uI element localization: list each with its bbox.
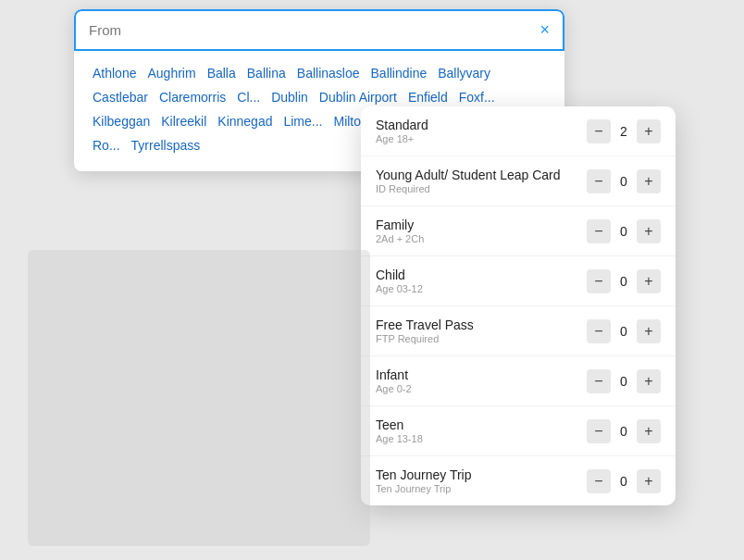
ticket-name: Family	[376, 218, 587, 232]
decrement-button[interactable]: −	[587, 319, 611, 343]
ticket-desc: Age 18+	[376, 133, 587, 144]
location-item[interactable]: Dublin Airport	[316, 88, 401, 106]
search-input-row: ×	[74, 9, 564, 51]
ticket-row: Family2Ad + 2Ch−0+	[361, 206, 676, 256]
increment-button[interactable]: +	[637, 419, 661, 443]
ticket-desc: FTP Required	[376, 333, 587, 344]
ticket-row: Young Adult/ Student Leap CardID Require…	[361, 156, 676, 206]
ticket-counter: −2+	[587, 119, 661, 143]
increment-button[interactable]: +	[637, 169, 661, 193]
decrement-button[interactable]: −	[587, 369, 611, 393]
location-item[interactable]: Aughrim	[143, 64, 199, 82]
counter-value: 0	[616, 324, 631, 339]
counter-value: 0	[616, 374, 631, 389]
location-item[interactable]: Ballinasloe	[293, 64, 364, 82]
location-item[interactable]: Kinnegad	[214, 112, 276, 131]
increment-button[interactable]: +	[637, 119, 661, 143]
ticket-counter: −0+	[587, 369, 661, 393]
ticket-desc: Age 0-2	[376, 383, 587, 394]
location-item[interactable]: Ballindine	[367, 64, 431, 82]
ticket-counter: −0+	[587, 269, 661, 293]
location-item[interactable]: Foxf...	[455, 88, 499, 106]
ticket-name: Teen	[376, 417, 587, 432]
from-search-input[interactable]	[89, 22, 539, 38]
ticket-desc: 2Ad + 2Ch	[376, 233, 587, 244]
location-item[interactable]: Ballyvary	[434, 64, 494, 82]
counter-value: 0	[616, 224, 631, 239]
ticket-info: StandardAge 18+	[376, 118, 587, 144]
location-item[interactable]: Kilbeggan	[89, 112, 154, 131]
ticket-panel: StandardAge 18+−2+Young Adult/ Student L…	[361, 106, 676, 505]
ticket-desc: Age 03-12	[376, 283, 587, 294]
decrement-button[interactable]: −	[587, 419, 611, 443]
ticket-info: Free Travel PassFTP Required	[376, 317, 587, 344]
location-item[interactable]: Claremorris	[155, 88, 229, 106]
increment-button[interactable]: +	[637, 319, 661, 343]
location-item[interactable]: Castlebar	[89, 88, 152, 106]
counter-value: 0	[616, 174, 631, 189]
ticket-desc: ID Required	[376, 183, 587, 194]
ticket-desc: Age 13-18	[376, 433, 587, 444]
ticket-row: Ten Journey TripTen Journey Trip−0+	[361, 456, 676, 505]
location-item[interactable]: Kilreekil	[157, 112, 210, 131]
counter-value: 0	[616, 424, 631, 439]
ticket-counter: −0+	[587, 319, 661, 343]
ticket-info: InfantAge 0-2	[376, 367, 587, 394]
increment-button[interactable]: +	[637, 469, 661, 493]
counter-value: 0	[616, 274, 631, 289]
location-item[interactable]: Enfield	[404, 88, 452, 106]
ticket-info: Ten Journey TripTen Journey Trip	[376, 467, 587, 494]
ticket-row: InfantAge 0-2−0+	[361, 356, 676, 406]
ticket-name: Child	[376, 268, 587, 282]
increment-button[interactable]: +	[637, 219, 661, 243]
ticket-counter: −0+	[587, 419, 661, 443]
ticket-row: StandardAge 18+−2+	[361, 106, 676, 156]
ticket-info: TeenAge 13-18	[376, 417, 587, 444]
counter-value: 2	[616, 124, 631, 139]
decrement-button[interactable]: −	[587, 219, 611, 243]
ticket-name: Ten Journey Trip	[376, 467, 587, 482]
location-item[interactable]: Athlone	[89, 64, 140, 82]
location-item[interactable]: Lime...	[279, 112, 326, 131]
ticket-info: Family2Ad + 2Ch	[376, 218, 587, 244]
ticket-name: Young Adult/ Student Leap Card	[376, 168, 587, 182]
ticket-desc: Ten Journey Trip	[376, 483, 587, 494]
decrement-button[interactable]: −	[587, 269, 611, 293]
ticket-name: Free Travel Pass	[376, 317, 587, 332]
location-item[interactable]: Cl...	[233, 88, 264, 106]
ticket-row: TeenAge 13-18−0+	[361, 406, 676, 456]
ticket-row: Free Travel PassFTP Required−0+	[361, 306, 676, 356]
location-item[interactable]: Tyrrellspass	[128, 136, 205, 155]
location-item[interactable]: Ro...	[89, 136, 124, 155]
decrement-button[interactable]: −	[587, 469, 611, 493]
ticket-name: Standard	[376, 118, 587, 132]
ticket-row: ChildAge 03-12−0+	[361, 256, 676, 306]
ticket-counter: −0+	[587, 169, 661, 193]
ticket-counter: −0+	[587, 219, 661, 243]
increment-button[interactable]: +	[637, 369, 661, 393]
counter-value: 0	[616, 474, 631, 489]
location-item[interactable]: Balla	[204, 64, 240, 82]
decrement-button[interactable]: −	[587, 169, 611, 193]
ticket-counter: −0+	[587, 469, 661, 493]
clear-icon[interactable]: ×	[539, 20, 550, 40]
ticket-info: Young Adult/ Student Leap CardID Require…	[376, 168, 587, 194]
location-item[interactable]: Dublin	[267, 88, 312, 106]
increment-button[interactable]: +	[637, 269, 661, 293]
background-content	[28, 250, 370, 546]
decrement-button[interactable]: −	[587, 119, 611, 143]
location-item[interactable]: Ballina	[243, 64, 290, 82]
ticket-name: Infant	[376, 367, 587, 382]
ticket-info: ChildAge 03-12	[376, 268, 587, 294]
